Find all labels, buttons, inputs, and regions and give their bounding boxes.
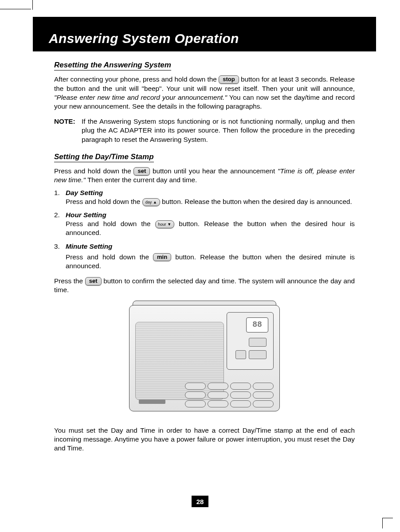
text: button. Release the button when the desi… [162,198,352,205]
text: After connecting your phone, press and h… [54,75,219,83]
chapter-banner: Answering System Operation [33,17,376,51]
item-title: Minute Setting [66,243,112,250]
device-knob [235,350,246,359]
heading-resetting: Resetting the Answering System [54,60,171,70]
device-knob [249,350,267,359]
set-button-icon: set [85,277,102,286]
device-illustration-wrap: 88 [54,301,355,416]
crop-mark-top-horiz [0,9,31,9]
content-area: Resetting the Answering System After con… [33,51,376,453]
text: Press the [54,277,85,285]
text: Press and hold down the [66,198,142,205]
para-reset-instructions: After connecting your phone, press and h… [54,75,355,111]
page-number-value: 28 [196,498,204,505]
para-confirm: Press the set button to confirm the sele… [54,277,355,294]
note-block: NOTE: If the Answering System stops func… [54,117,355,144]
ordered-list: 1. Day Setting Press and hold down the d… [54,188,355,271]
hour-button-icon: hour ▼ [155,220,175,228]
stop-button-icon: stop [219,75,239,84]
crop-mark-top-vert [32,0,33,10]
text-italic: "Please enter new time and record your a… [54,94,227,101]
item-title: Hour Setting [66,211,106,219]
note-text: If the Answering System stops functionin… [82,117,355,144]
heading-daytime: Setting the Day/Time Stamp [54,152,154,162]
text: Then enter the current day and time. [87,176,197,184]
section-daytime: Setting the Day/Time Stamp Press and hol… [54,152,355,453]
list-item: 1. Day Setting Press and hold down the d… [54,188,355,206]
para-closing: You must set the Day and Time in order t… [54,426,355,453]
page-number: 28 [192,496,208,507]
list-body: Day Setting Press and hold down the day … [66,188,355,206]
device-lcd: 88 [246,317,268,332]
crop-mark-bottom-right [382,518,393,528]
set-button-icon: set [133,167,150,176]
list-item: 2. Hour Setting Press and hold down the … [54,211,355,238]
device-illustration: 88 [129,301,280,414]
list-num: 3. [54,242,66,271]
text: Press and hold down the [66,253,153,261]
device-button-row [185,383,274,407]
page: Answering System Operation Resetting the… [33,17,376,459]
note-label: NOTE: [54,117,82,144]
device-knob [249,338,267,347]
day-button-icon: day ▲ [142,198,160,206]
list-body: Hour Setting Press and hold down the hou… [66,211,355,238]
para-daytime-intro: Press and hold down the set button until… [54,167,355,184]
item-title: Day Setting [66,189,103,196]
list-num: 2. [54,211,66,238]
text: button until you hear the announcement [153,167,278,175]
list-num: 1. [54,188,66,206]
section-resetting: Resetting the Answering System After con… [54,60,355,144]
chapter-title: Answering System Operation [49,31,239,46]
text: Press and hold down the [54,167,133,175]
text: Press and hold down the [66,220,155,227]
device-logo [139,399,165,404]
list-body: Minute Setting Press and hold down the m… [66,242,355,271]
min-button-icon: min [153,253,171,262]
list-item: 3. Minute Setting Press and hold down th… [54,242,355,271]
